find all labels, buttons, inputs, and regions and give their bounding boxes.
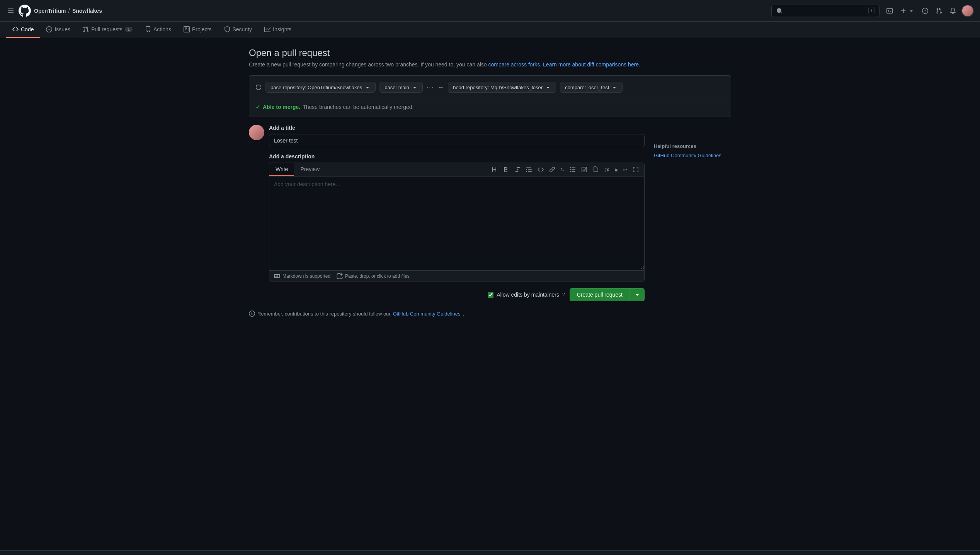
toolbar-code[interactable] (535, 165, 546, 175)
description-textarea[interactable] (269, 177, 644, 269)
pr-form-inner: Add a title Add a description Write Prev… (269, 125, 645, 301)
community-guidelines-link[interactable]: GitHub Community Guidelines (654, 153, 721, 158)
tab-code[interactable]: Code (6, 22, 40, 38)
tab-issues[interactable]: Issues (40, 22, 76, 38)
add-title-label: Add a title (269, 125, 645, 131)
tab-pr-label: Pull requests (91, 26, 122, 32)
pr-button[interactable] (934, 5, 944, 16)
create-button[interactable] (898, 5, 917, 16)
base-repo-label: base repository: OpenTritium/Snowflakes (271, 85, 362, 90)
toolbar-buttons: 1. @ # (486, 165, 644, 175)
pr-icon (83, 26, 89, 32)
helpful-resources: Helpful resources GitHub Community Guide… (654, 125, 731, 158)
footer-note: Remember, contributions to this reposito… (249, 311, 731, 317)
issues-button[interactable] (920, 5, 931, 16)
chevron-down-icon-4 (611, 84, 618, 90)
search-icon (776, 8, 783, 14)
learn-more-link[interactable]: Learn more about diff comparisons here. (543, 61, 640, 68)
toolbar-attach[interactable] (590, 165, 601, 175)
tab-security-label: Security (233, 26, 252, 32)
tab-projects-label: Projects (192, 26, 212, 32)
toolbar-undo[interactable]: ↩ (621, 165, 630, 175)
help-icon[interactable]: ? (562, 292, 565, 297)
compare-refresh-icon (255, 84, 262, 90)
avatar-col (249, 125, 264, 140)
repo-nav: Code Issues Pull requests 1 Actions Proj… (0, 22, 980, 38)
base-branch-select[interactable]: base: main (379, 82, 423, 93)
toolbar-unordered-list[interactable] (567, 165, 578, 175)
header-left: OpenTritium / Snowflakes (6, 5, 767, 17)
toolbar-reference[interactable]: # (612, 165, 620, 175)
merge-status-bold-text: Able to merge. (263, 104, 300, 110)
notifications-button[interactable] (948, 5, 958, 16)
write-tab[interactable]: Write (269, 163, 294, 176)
page-title: Open a pull request (249, 48, 731, 58)
allow-edits-checkbox[interactable] (488, 292, 493, 298)
terminal-button[interactable] (884, 5, 895, 16)
pr-form-main: Add a title Add a description Write Prev… (249, 125, 645, 301)
main-content: Open a pull request Create a new pull re… (243, 38, 737, 326)
allow-edits-text: Allow edits by maintainers (497, 292, 559, 298)
toolbar-fullscreen[interactable] (630, 165, 641, 175)
compare-dots: ··· (427, 84, 434, 91)
tab-projects[interactable]: Projects (177, 22, 218, 38)
avatar[interactable] (961, 5, 974, 17)
attach-files[interactable]: Paste, drop, or click to add files (337, 273, 410, 279)
compare-box: base repository: OpenTritium/Snowflakes … (249, 75, 731, 117)
tab-insights-label: Insights (273, 26, 291, 32)
tab-insights[interactable]: Insights (258, 22, 298, 38)
tab-issues-label: Issues (54, 26, 70, 32)
footer-guidelines-link[interactable]: GitHub Community Guidelines (393, 311, 461, 317)
tab-security[interactable]: Security (218, 22, 259, 38)
hamburger-button[interactable] (6, 6, 15, 15)
org-link[interactable]: OpenTritium (34, 8, 66, 14)
actions-icon (145, 26, 151, 32)
head-repo-select[interactable]: head repository: Mq-b/Snowflakes_loser (448, 82, 556, 93)
compare-branch-select[interactable]: compare: loser_test (560, 82, 623, 93)
chevron-down-icon-3 (545, 84, 551, 90)
security-icon (224, 26, 230, 32)
toolbar-tasklist[interactable] (579, 165, 590, 175)
compare-forks-link[interactable]: compare across forks. (488, 61, 541, 68)
create-btn-group: Create pull request (570, 288, 645, 301)
page-subtitle: Create a new pull request by comparing c… (249, 61, 731, 68)
bottom-scrollbar[interactable] (0, 550, 980, 555)
pr-form-container: Add a title Add a description Write Prev… (249, 125, 731, 301)
toolbar-heading[interactable] (489, 165, 500, 175)
add-description-label: Add a description (269, 153, 645, 160)
paperclip-icon (337, 273, 343, 279)
toolbar-numbered-list[interactable]: 1. (558, 165, 567, 174)
markdown-icon (274, 273, 280, 279)
base-repo-select[interactable]: base repository: OpenTritium/Snowflakes (265, 82, 376, 93)
helpful-resources-title: Helpful resources (654, 143, 731, 149)
toolbar-quote[interactable] (524, 165, 534, 175)
form-actions: Allow edits by maintainers ? Create pull… (269, 288, 645, 301)
pr-form-row: Add a title Add a description Write Prev… (249, 125, 645, 301)
info-icon (249, 311, 255, 317)
create-pr-button[interactable]: Create pull request (570, 288, 630, 301)
tab-pull-requests[interactable]: Pull requests 1 (77, 22, 139, 38)
tab-actions[interactable]: Actions (139, 22, 177, 38)
create-pr-dropdown[interactable] (630, 288, 645, 301)
pr-badge: 1 (125, 27, 133, 32)
code-icon (12, 26, 19, 32)
allow-edits-label[interactable]: Allow edits by maintainers ? (488, 292, 565, 298)
toolbar-italic[interactable] (512, 165, 523, 175)
head-repo-label: head repository: Mq-b/Snowflakes_loser (453, 85, 543, 90)
projects-icon (184, 26, 190, 32)
preview-tab[interactable]: Preview (294, 163, 326, 176)
search-box[interactable]: / (771, 5, 880, 17)
editor-footer: Markdown is supported Paste, drop, or cl… (269, 270, 644, 282)
merge-status-text: These branches can be automatically merg… (303, 104, 413, 110)
toolbar-bold[interactable] (500, 165, 511, 175)
tab-actions-label: Actions (153, 26, 171, 32)
chevron-down-icon (364, 84, 371, 90)
compare-branch-label: compare: loser_test (565, 85, 609, 90)
breadcrumb: OpenTritium / Snowflakes (34, 7, 102, 14)
repo-name: Snowflakes (72, 8, 102, 14)
toolbar-link[interactable] (547, 165, 558, 175)
compare-arrow: ← (438, 84, 444, 91)
toolbar-mention[interactable]: @ (602, 165, 612, 175)
user-avatar (249, 125, 264, 140)
title-input[interactable] (269, 134, 645, 147)
